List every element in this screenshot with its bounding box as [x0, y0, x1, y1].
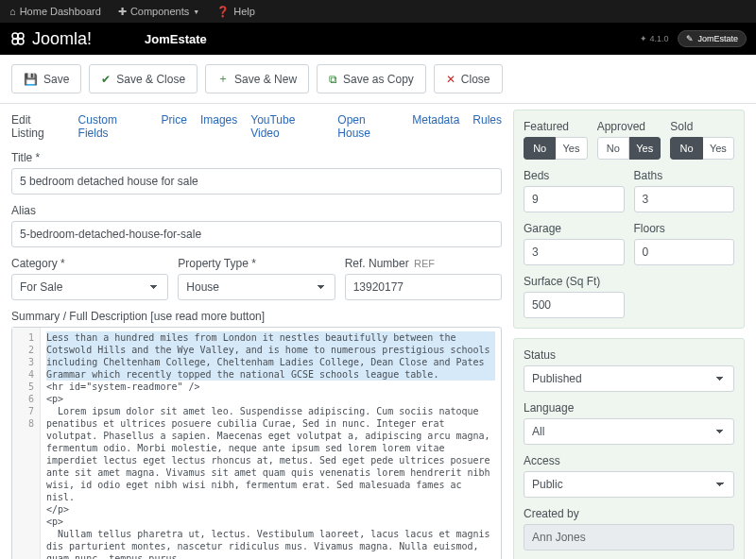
check-icon: ✔	[101, 73, 111, 86]
joomla-icon	[9, 30, 26, 47]
code-editor[interactable]: 12345678 Less than a hundred miles from …	[11, 327, 502, 559]
title-label: Title	[11, 151, 502, 164]
tab-images[interactable]: Images	[200, 113, 237, 140]
language-select[interactable]: All	[524, 418, 734, 445]
ref-label: Ref. Number REF	[345, 257, 502, 270]
featured-yes[interactable]: Yes	[556, 137, 587, 160]
created-by-label: Created by	[524, 507, 734, 520]
svg-point-1	[18, 33, 24, 39]
chevron-down-icon: ▼	[193, 8, 199, 15]
edit-icon: ✎	[686, 34, 694, 43]
sold-label: Sold	[670, 120, 734, 133]
access-select[interactable]: Public	[524, 471, 734, 498]
approved-label: Approved	[597, 120, 662, 133]
components-menu[interactable]: ✚Components▼	[118, 6, 199, 18]
version-badge: ✦ 4.1.0	[640, 34, 669, 43]
category-select[interactable]: For Sale	[11, 274, 168, 300]
home-icon: ⌂	[9, 6, 16, 17]
floors-label: Floors	[634, 222, 735, 235]
language-label: Language	[524, 401, 734, 415]
close-icon: ✕	[446, 73, 455, 86]
publish-panel: StatusPublished LanguageAll AccessPublic…	[513, 338, 745, 559]
save-button[interactable]: 💾Save	[11, 64, 81, 93]
tab-edit-listing[interactable]: Edit Listing	[11, 113, 65, 140]
status-select[interactable]: Published	[524, 365, 734, 392]
sold-toggle[interactable]: NoYes	[670, 137, 734, 160]
top-menubar: ⌂Home Dashboard ✚Components▼ ❓Help	[0, 0, 756, 23]
save-close-button[interactable]: ✔Save & Close	[89, 64, 198, 93]
user-menu-button[interactable]: ✎JomEstate	[678, 30, 747, 47]
tab-custom-fields[interactable]: Custom Fields	[78, 113, 148, 140]
approved-no[interactable]: No	[597, 137, 629, 160]
property-type-select[interactable]: House	[178, 274, 335, 300]
status-label: Status	[524, 348, 734, 362]
save-copy-button[interactable]: ⧉Save as Copy	[317, 64, 426, 93]
featured-no[interactable]: No	[524, 137, 556, 160]
surface-input[interactable]	[524, 292, 625, 318]
copy-icon: ⧉	[329, 73, 337, 86]
line-gutter: 12345678	[12, 328, 41, 559]
surface-label: Surface (Sq Ft)	[524, 275, 625, 288]
puzzle-icon: ✚	[118, 6, 127, 18]
beds-input[interactable]	[524, 186, 625, 212]
ref-input[interactable]	[345, 274, 502, 300]
help-icon: ❓	[216, 6, 230, 18]
action-toolbar: 💾Save ✔Save & Close ＋Save & New ⧉Save as…	[0, 55, 756, 104]
alias-input[interactable]	[11, 221, 502, 247]
tab-open-house[interactable]: Open House	[337, 113, 399, 140]
save-new-button[interactable]: ＋Save & New	[205, 64, 309, 93]
tab-rules[interactable]: Rules	[472, 113, 502, 140]
beds-label: Beds	[524, 169, 625, 182]
home-dashboard-link[interactable]: ⌂Home Dashboard	[9, 6, 101, 17]
brand-bar: Joomla! JomEstate ✦ 4.1.0 ✎JomEstate	[0, 23, 756, 55]
tab-metadata[interactable]: Metadata	[412, 113, 459, 140]
save-icon: 💾	[24, 73, 38, 86]
baths-input[interactable]	[634, 186, 735, 212]
sold-no[interactable]: No	[670, 137, 702, 160]
approved-yes[interactable]: Yes	[629, 137, 661, 160]
help-link[interactable]: ❓Help	[216, 6, 255, 18]
featured-toggle[interactable]: NoYes	[524, 137, 588, 160]
floors-input[interactable]	[634, 239, 735, 265]
code-area[interactable]: Less than a hundred miles from London it…	[41, 328, 501, 559]
page-title: JomEstate	[145, 32, 207, 46]
close-button[interactable]: ✕Close	[434, 64, 503, 93]
svg-point-3	[18, 39, 24, 44]
access-label: Access	[524, 454, 734, 467]
title-input[interactable]	[11, 168, 502, 195]
tab-price[interactable]: Price	[162, 113, 187, 140]
tab-youtube[interactable]: YouTube Video	[250, 113, 324, 140]
garage-label: Garage	[524, 222, 625, 235]
plus-icon: ＋	[217, 71, 229, 87]
category-label: Category	[11, 257, 168, 270]
alias-label: Alias	[11, 204, 502, 217]
featured-label: Featured	[524, 120, 588, 133]
property-type-label: Property Type	[178, 257, 335, 270]
garage-input[interactable]	[524, 239, 625, 265]
approved-toggle[interactable]: NoYes	[597, 137, 662, 160]
status-toggles-panel: Featured NoYes Approved NoYes Sold NoYes…	[513, 110, 745, 329]
description-label: Summary / Full Description [use read mor…	[11, 310, 502, 323]
joomla-logo: Joomla!	[9, 29, 92, 49]
created-by-field	[524, 524, 734, 551]
sold-yes[interactable]: Yes	[703, 137, 734, 160]
baths-label: Baths	[634, 169, 735, 182]
tab-bar: Edit Listing Custom Fields Price Images …	[11, 104, 502, 151]
svg-point-0	[12, 33, 18, 39]
svg-point-2	[12, 39, 18, 44]
